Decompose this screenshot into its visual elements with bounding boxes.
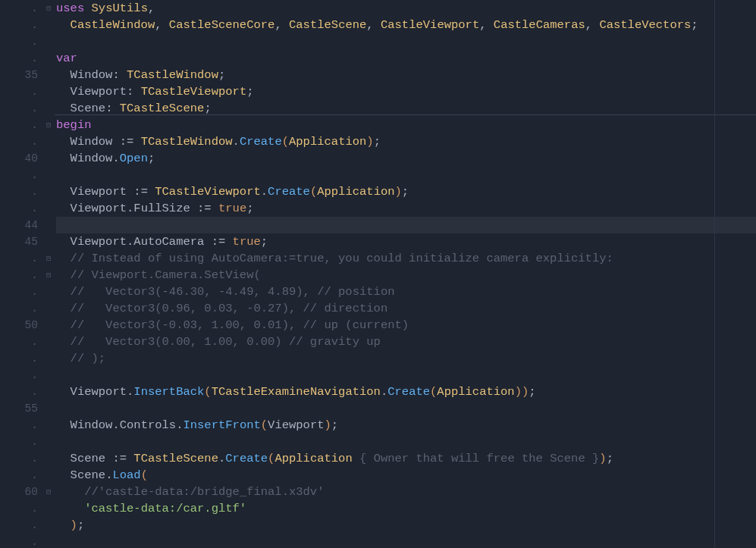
code-line[interactable] [56,217,756,233]
gutter-line[interactable]: . [0,517,41,534]
fold-cell[interactable] [42,50,55,67]
fold-cell[interactable] [42,450,55,467]
code-line[interactable]: Viewport := TCastleViewport.Create(Appli… [56,183,756,200]
fold-cell[interactable] [42,467,55,484]
fold-cell[interactable] [42,534,55,548]
code-line[interactable]: // Vector3(-46.30, -4.49, 4.89), // posi… [56,283,756,300]
code-line[interactable] [56,33,756,50]
fold-collapse-icon[interactable] [46,4,51,13]
fold-cell[interactable] [42,83,55,100]
gutter[interactable]: ....35....40...4445....50....55....60... [0,0,42,548]
gutter-line[interactable]: . [0,300,41,317]
gutter-line[interactable]: . [0,50,41,67]
gutter-line[interactable]: . [0,117,41,133]
code-line[interactable]: // Viewport.Camera.SetView( [56,267,756,283]
code-line[interactable]: Window: TCastleWindow; [56,67,756,83]
fold-cell[interactable] [42,100,55,117]
code-line[interactable]: // Vector3(0.00, 1.00, 0.00) // gravity … [56,333,756,350]
code-line[interactable]: CastleWindow, CastleSceneCore, CastleSce… [56,17,756,33]
code-line[interactable]: uses SysUtils, [56,0,756,17]
code-line[interactable]: Window.Open; [56,150,756,167]
fold-collapse-icon[interactable] [46,254,51,263]
gutter-line[interactable]: 50 [0,317,41,333]
gutter-line[interactable]: . [0,200,41,217]
fold-column[interactable] [42,0,55,548]
gutter-line[interactable]: 35 [0,67,41,83]
code-line[interactable]: // Vector3(0.96, 0.03, -0.27), // direct… [56,300,756,317]
fold-cell[interactable] [42,33,55,50]
fold-cell[interactable] [42,517,55,534]
code-line[interactable]: // ); [56,350,756,367]
fold-cell[interactable] [42,267,55,283]
code-area[interactable]: uses SysUtils, CastleWindow, CastleScene… [55,0,756,548]
gutter-line[interactable]: . [0,417,41,434]
fold-cell[interactable] [42,133,55,150]
fold-cell[interactable] [42,367,55,384]
fold-cell[interactable] [42,150,55,167]
fold-cell[interactable] [42,67,55,83]
gutter-line[interactable]: 40 [0,150,41,167]
fold-cell[interactable] [42,434,55,450]
fold-cell[interactable] [42,167,55,183]
gutter-line[interactable]: . [0,17,41,33]
code-line[interactable]: ); [56,517,756,534]
code-line[interactable] [56,367,756,384]
fold-cell[interactable] [42,200,55,217]
code-line[interactable] [56,534,756,548]
gutter-line[interactable]: 60 [0,484,41,500]
fold-cell[interactable] [42,233,55,250]
code-line[interactable]: // Vector3(-0.03, 1.00, 0.01), // up (cu… [56,317,756,333]
code-line[interactable]: Scene: TCastleScene; [56,100,756,117]
code-line[interactable]: Scene.Load( [56,467,756,484]
fold-cell[interactable] [42,300,55,317]
code-line[interactable]: 'castle-data:/car.gltf' [56,500,756,517]
gutter-line[interactable]: 55 [0,400,41,417]
gutter-line[interactable]: . [0,384,41,400]
gutter-line[interactable]: . [0,267,41,283]
fold-cell[interactable] [42,317,55,333]
fold-cell[interactable] [42,117,55,133]
gutter-line[interactable]: . [0,283,41,300]
gutter-line[interactable]: . [0,450,41,467]
gutter-line[interactable]: . [0,350,41,367]
gutter-line[interactable]: . [0,183,41,200]
fold-cell[interactable] [42,283,55,300]
fold-cell[interactable] [42,217,55,233]
code-line[interactable]: Window.Controls.InsertFront(Viewport); [56,417,756,434]
code-line[interactable]: Scene := TCastleScene.Create(Application… [56,450,756,467]
fold-collapse-icon[interactable] [46,271,51,280]
gutter-line[interactable]: . [0,33,41,50]
code-line[interactable]: var [56,50,756,67]
fold-cell[interactable] [42,17,55,33]
gutter-line[interactable]: . [0,333,41,350]
fold-cell[interactable] [42,500,55,517]
fold-collapse-icon[interactable] [46,487,51,496]
gutter-line[interactable]: . [0,100,41,117]
code-line[interactable]: Viewport.InsertBack(TCastleExamineNaviga… [56,384,756,400]
gutter-line[interactable]: . [0,367,41,384]
fold-collapse-icon[interactable] [46,121,51,130]
gutter-line[interactable]: . [0,500,41,517]
code-editor[interactable]: ....35....40...4445....50....55....60...… [0,0,756,548]
code-line[interactable]: begin [56,117,756,133]
code-line[interactable]: // Instead of using AutoCamera:=true, yo… [56,250,756,267]
code-line[interactable]: Window := TCastleWindow.Create(Applicati… [56,133,756,150]
fold-cell[interactable] [42,333,55,350]
gutter-line[interactable]: . [0,467,41,484]
fold-cell[interactable] [42,484,55,500]
gutter-line[interactable]: . [0,133,41,150]
fold-cell[interactable] [42,350,55,367]
code-line[interactable]: Viewport.AutoCamera := true; [56,233,756,250]
gutter-line[interactable]: . [0,167,41,183]
fold-cell[interactable] [42,384,55,400]
fold-cell[interactable] [42,417,55,434]
code-line[interactable]: Viewport: TCastleViewport; [56,83,756,100]
code-line[interactable] [56,434,756,450]
code-line[interactable]: //'castle-data:/bridge_final.x3dv' [56,484,756,500]
fold-cell[interactable] [42,400,55,417]
code-line[interactable] [56,167,756,183]
gutter-line[interactable]: 45 [0,233,41,250]
gutter-line[interactable]: . [0,83,41,100]
gutter-line[interactable]: . [0,0,41,17]
code-line[interactable]: Viewport.FullSize := true; [56,200,756,217]
